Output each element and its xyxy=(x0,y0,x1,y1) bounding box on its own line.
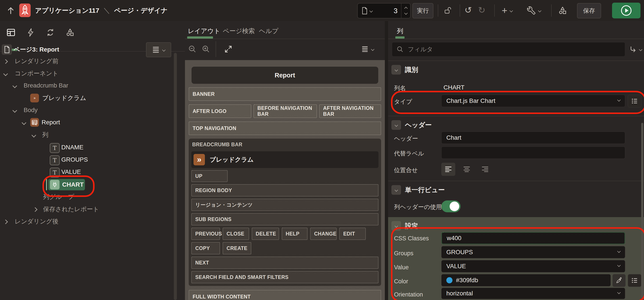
groups-select[interactable]: GROUPS xyxy=(441,246,625,258)
align-center-button[interactable] xyxy=(460,163,474,176)
region-before-navigation-bar[interactable]: BEFORE NAVIGATION BAR xyxy=(254,104,317,118)
tab-dynamic-actions[interactable] xyxy=(26,27,36,38)
tab-layout[interactable]: レイアウト xyxy=(188,27,220,36)
position-previous[interactable]: PREVIOUS xyxy=(191,228,220,240)
lock-button[interactable] xyxy=(442,5,454,16)
region-after-navigation-bar[interactable]: AFTER NAVIGATION BAR xyxy=(319,104,381,118)
panel-splitter[interactable] xyxy=(385,21,388,300)
shared-components-button[interactable] xyxy=(557,5,568,16)
position-create[interactable]: CREATE xyxy=(222,242,251,254)
use-column-headers-toggle[interactable] xyxy=(441,200,460,212)
alt-label-input[interactable] xyxy=(441,146,625,159)
tree-scrollbar[interactable] xyxy=(174,53,177,300)
position-up[interactable]: UP xyxy=(191,170,228,182)
tab-rendering[interactable] xyxy=(6,27,16,38)
tree-item-report-region[interactable]: Report xyxy=(0,116,175,128)
tree-item-pre-rendering[interactable]: レンダリング前 xyxy=(0,55,175,67)
color-picker-button[interactable] xyxy=(612,274,626,287)
position-region-body[interactable]: REGION BODY xyxy=(191,184,378,197)
tree-page-title[interactable]: ページ3: Report xyxy=(14,46,59,54)
tab-column-properties[interactable]: 列 xyxy=(397,27,403,36)
color-quickpick-button[interactable] xyxy=(628,274,641,287)
region-breadcrumb-bar[interactable]: BREADCRUMB BAR » ブレッドクラム UP REGION BODY … xyxy=(189,138,381,286)
tree-item-dname[interactable]: T DNAME xyxy=(0,141,175,154)
tree-item-body[interactable]: Body xyxy=(0,104,175,116)
property-filter-input[interactable]: フィルタ xyxy=(392,42,625,57)
undo-button[interactable]: ↺ xyxy=(464,6,472,15)
page-selector[interactable]: 3 xyxy=(357,3,411,19)
region-label: AFTER LOGO xyxy=(193,108,226,114)
tab-help[interactable]: ヘルプ xyxy=(259,27,278,36)
align-right-button[interactable] xyxy=(478,163,492,176)
position-close[interactable]: CLOSE xyxy=(222,228,249,240)
section-title: 識別 xyxy=(405,65,418,74)
position-edit[interactable]: EDIT xyxy=(339,228,366,240)
type-quickpick-button[interactable] xyxy=(628,95,641,107)
position-help[interactable]: HELP xyxy=(282,228,308,240)
app-title[interactable]: アプリケーション117 xyxy=(35,6,99,15)
region-after-logo[interactable]: AFTER LOGO xyxy=(189,104,251,118)
tree-item-label: Breadcrumb Bar xyxy=(24,79,68,92)
align-left-button[interactable] xyxy=(441,163,455,176)
position-delete[interactable]: DELETE xyxy=(252,228,279,240)
layout-menu-button[interactable] xyxy=(362,43,374,55)
save-and-run-button[interactable] xyxy=(612,3,640,19)
css-classes-input[interactable]: w400 xyxy=(441,232,625,244)
collapse-section-button[interactable] xyxy=(392,120,401,130)
utilities-menu-button[interactable] xyxy=(527,5,541,16)
create-menu-button[interactable]: + xyxy=(502,5,512,16)
tree-item-groups[interactable]: T GROUPS xyxy=(0,154,175,166)
page-number-stepper[interactable] xyxy=(401,4,410,18)
tree-item-chart[interactable]: CHART xyxy=(0,179,175,191)
collapse-section-button[interactable] xyxy=(392,185,401,195)
tree-item-column-groups[interactable]: 列グループ xyxy=(0,191,175,203)
chevron-down-icon xyxy=(394,123,398,127)
nav-up-button[interactable] xyxy=(5,5,16,16)
zoom-in-button[interactable] xyxy=(201,43,211,55)
position-search-field[interactable]: SEARCH FIELD AND SMART FILTERS xyxy=(191,271,378,283)
zoom-out-button[interactable] xyxy=(187,43,198,55)
run-page-menu-button[interactable]: 実行 xyxy=(412,3,434,19)
type-label: タイプ xyxy=(394,98,412,106)
page-number-value[interactable]: 3 xyxy=(372,7,401,15)
position-region-content[interactable]: リージョン・コンテンツ xyxy=(191,199,378,211)
tree-item-value[interactable]: T VALUE xyxy=(0,166,175,178)
page-finder-button[interactable] xyxy=(361,7,372,15)
tree-item-post-rendering[interactable]: レンダリング後 xyxy=(0,215,175,228)
tree-item-label: GROUPS xyxy=(61,154,88,166)
region-top-navigation[interactable]: TOP NAVIGATION xyxy=(189,121,381,135)
position-sub-regions[interactable]: SUB REGIONS xyxy=(191,213,378,225)
position-copy[interactable]: COPY xyxy=(191,242,220,254)
properties-scrollbar[interactable] xyxy=(641,123,643,298)
tree-item-saved-reports[interactable]: 保存されたレポート xyxy=(0,203,175,215)
position-next[interactable]: NEXT xyxy=(191,257,378,269)
tree-item-columns[interactable]: 列 xyxy=(0,129,175,141)
header-input[interactable]: Chart xyxy=(441,131,625,144)
tree-item-label: 列グループ xyxy=(43,191,74,203)
region-full-width-content[interactable]: FULL WIDTH CONTENT xyxy=(189,290,381,300)
go-to-group-button[interactable] xyxy=(629,42,642,57)
collapse-section-button[interactable] xyxy=(392,221,401,231)
save-button[interactable]: 保存 xyxy=(577,3,601,19)
position-label: SUB REGIONS xyxy=(195,216,232,222)
tab-processing[interactable] xyxy=(45,27,56,38)
region-banner[interactable]: BANNER xyxy=(189,87,381,101)
tree-item-components[interactable]: コンポーネント xyxy=(0,67,175,80)
tree-item-breadcrumb-bar[interactable]: Breadcrumb Bar xyxy=(0,79,175,92)
color-input[interactable]: #309fdb xyxy=(441,274,611,286)
value-select[interactable]: VALUE xyxy=(441,260,625,272)
orientation-select[interactable]: horizontal xyxy=(441,288,625,299)
report-page-title[interactable]: Report xyxy=(192,67,378,84)
breadcrumb-component[interactable]: » ブレッドクラム xyxy=(191,151,378,168)
apex-app-logo[interactable] xyxy=(19,4,31,17)
type-select[interactable]: Chart.js Bar Chart xyxy=(441,95,625,107)
layout-panel: レイアウト ページ検索 ヘルプ Report BANNER AFTER LOGO… xyxy=(185,21,385,300)
tab-page-search[interactable]: ページ検索 xyxy=(223,27,255,36)
redo-button[interactable]: ↻ xyxy=(478,6,486,15)
tab-page-shared-components[interactable] xyxy=(65,27,75,38)
toolbar-divider xyxy=(438,5,438,17)
tree-item-breadcrumb-region[interactable]: » ブレッドクラム xyxy=(0,92,175,104)
collapse-section-button[interactable] xyxy=(392,65,401,75)
position-change[interactable]: CHANGE xyxy=(310,228,337,240)
expand-all-button[interactable] xyxy=(222,43,234,55)
